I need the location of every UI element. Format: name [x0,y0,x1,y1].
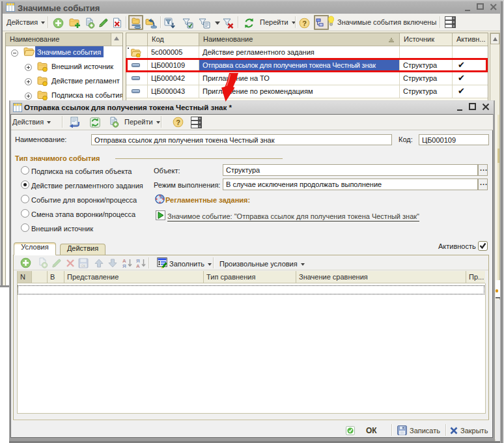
svg-text:ОК: ОК [81,264,86,268]
svg-text:?: ? [176,119,180,126]
svg-text:Я: Я [122,263,126,268]
svg-text:А: А [136,263,140,268]
svg-text:?: ? [302,20,307,27]
